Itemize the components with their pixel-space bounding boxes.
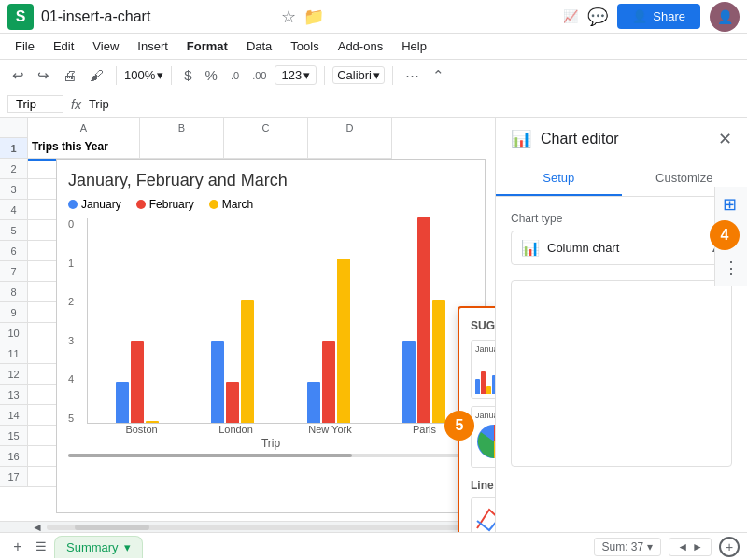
chart-type-left: 📊 Column chart [521, 239, 619, 257]
menu-format[interactable]: Format [179, 37, 235, 55]
nav-right-icon[interactable]: ► [692, 540, 703, 553]
horizontal-scrollbar[interactable]: ◄ ► [0, 521, 495, 532]
title-icons: ☆ 📁 [281, 7, 324, 27]
zoom-arrow: ▾ [157, 68, 163, 82]
y-label-3: 3 [68, 335, 81, 346]
more-vertical-icon-2[interactable]: ⋮ [723, 258, 740, 278]
currency-button[interactable]: $ [179, 64, 196, 86]
editor-close-button[interactable]: ✕ [718, 129, 732, 149]
x-axis-labels: Boston London New York Paris [92, 424, 473, 435]
chart-type-selector[interactable]: 📊 Column chart ▲ [511, 231, 732, 265]
zoom-value: 100% [124, 68, 155, 82]
collapse-button[interactable]: ⌃ [428, 64, 449, 87]
embedded-chart[interactable]: January, February and March January Febr… [56, 159, 486, 513]
menu-view[interactable]: View [85, 37, 126, 55]
percent-button[interactable]: % [201, 64, 222, 86]
avatar[interactable]: 👤 [710, 2, 740, 32]
bar-group-london [190, 300, 275, 423]
scroll-nav[interactable]: ◄ ► [669, 538, 712, 556]
cell-d1[interactable] [308, 138, 392, 159]
bottombar: + ☰ Summary ▾ Sum: 37 ▾ ◄ ► + [0, 532, 747, 560]
row-num-11: 11 [0, 343, 27, 364]
chart-type-dropdown[interactable]: 5 SUGGESTED January, February and... [458, 306, 495, 532]
bar-group-paris [382, 217, 466, 423]
chart-thumb-pie[interactable]: January B... [471, 406, 495, 468]
chart-thumb-col-clustered[interactable]: January, February and... [471, 340, 495, 399]
sheet-list-button[interactable]: ☰ [35, 539, 47, 553]
toolbar-divider-3 [324, 66, 325, 85]
chart-bars-area [87, 218, 473, 424]
y-label-5: 5 [68, 413, 81, 424]
titlebar: S 01-insert-a-chart ☆ 📁 📈 💬 👤 Share 👤 [0, 0, 747, 34]
cell-b1[interactable] [140, 138, 224, 159]
toolbar-divider-1 [116, 66, 117, 85]
decimal-decrease-button[interactable]: .0 [226, 67, 244, 84]
bar-paris-mar [432, 300, 445, 423]
share-button[interactable]: 👤 Share [617, 4, 700, 29]
font-selector[interactable]: Calibri ▾ [332, 66, 385, 84]
print-button[interactable]: 🖨 [58, 64, 81, 86]
cell-reference-box[interactable]: Trip [7, 95, 63, 113]
format-selector[interactable]: 123 ▾ [275, 65, 317, 85]
folder-icon[interactable]: 📁 [303, 7, 324, 27]
menu-tools[interactable]: Tools [283, 37, 326, 55]
sheet-tab-name: Summary [66, 540, 119, 554]
avatar-initial: 👤 [717, 9, 733, 24]
undo-button[interactable]: ↩ [7, 64, 29, 87]
comment-icon[interactable]: 💬 [587, 7, 608, 27]
bar-newyork-jan [307, 382, 320, 423]
format-value: 123 [281, 68, 302, 82]
col-header-d: D [308, 118, 392, 138]
grid-icon[interactable]: ⊞ [723, 194, 740, 215]
row-num-16: 16 [0, 446, 27, 467]
tab-setup[interactable]: Setup [496, 161, 622, 196]
line-thumb-1[interactable] [471, 497, 495, 532]
zoom-selector[interactable]: 100% ▾ [124, 68, 163, 82]
scroll-left-icon[interactable]: ◄ [32, 521, 43, 533]
y-label-1: 1 [68, 258, 81, 269]
col-header-b: B [140, 118, 224, 138]
more-button[interactable]: ⋯ [401, 64, 424, 87]
pie-slice-yellow [494, 441, 495, 458]
chart-type-label: Chart type [511, 212, 732, 225]
bottom-right: Sum: 37 ▾ ◄ ► + [594, 537, 740, 557]
chart-type-name: Column chart [547, 241, 619, 255]
line-chart-grid [471, 497, 495, 532]
sheet-tab-arrow: ▾ [124, 540, 131, 554]
step-badge-5: 5 [444, 411, 474, 441]
legend-item-march: March [209, 198, 253, 211]
star-icon[interactable]: ☆ [281, 7, 296, 27]
menu-help[interactable]: Help [394, 37, 434, 55]
editor-tabs: Setup Customize [496, 161, 747, 197]
menubar: File Edit View Insert Format Data Tools … [0, 34, 747, 60]
y-label-2: 2 [68, 296, 81, 307]
chart-scrollbar[interactable] [68, 454, 473, 457]
decimal-increase-button[interactable]: .00 [247, 67, 271, 84]
add-sheet-bottom-button[interactable]: + [719, 537, 740, 557]
menu-file[interactable]: File [7, 37, 42, 55]
cell-a1[interactable]: Trips this Year [28, 138, 140, 159]
redo-button[interactable]: ↪ [33, 64, 54, 87]
formula-input[interactable] [89, 97, 740, 111]
row-num-8: 8 [0, 282, 27, 302]
app-title: 01-insert-a-chart [41, 8, 281, 25]
sheet-tab-summary[interactable]: Summary ▾ [54, 536, 143, 558]
nav-left-icon[interactable]: ◄ [677, 540, 688, 553]
hscroll-thumb-inner [75, 525, 149, 530]
bar-london-feb [226, 382, 239, 423]
paint-format-button[interactable]: 🖌 [85, 64, 108, 86]
spreadsheet[interactable]: A B C D 1 2 3 4 5 6 7 8 9 10 11 12 13 14 [0, 118, 495, 532]
menu-addons[interactable]: Add-ons [331, 37, 390, 55]
line-section-title: Line [471, 479, 495, 492]
cell-c1[interactable] [224, 138, 308, 159]
col-header-a: A [28, 118, 140, 138]
legend-item-february: February [136, 198, 194, 211]
sum-display[interactable]: Sum: 37 ▾ [594, 538, 662, 556]
bar-boston-feb [131, 341, 144, 423]
share-icon: 👤 [632, 9, 647, 23]
menu-edit[interactable]: Edit [46, 37, 81, 55]
menu-insert[interactable]: Insert [130, 37, 176, 55]
y-axis: 5 4 3 2 1 0 [68, 218, 87, 424]
menu-data[interactable]: Data [239, 37, 279, 55]
add-sheet-button[interactable]: + [7, 537, 28, 557]
